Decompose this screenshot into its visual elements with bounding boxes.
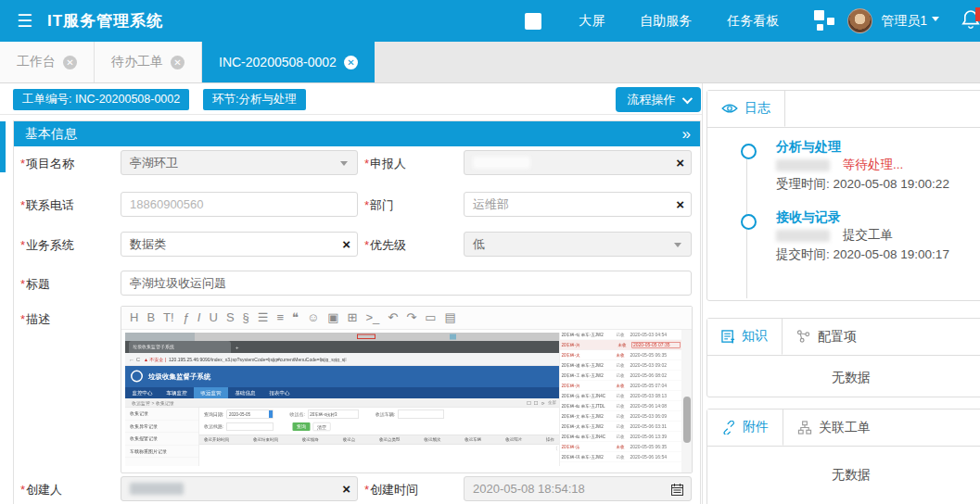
close-icon[interactable]: ✕ [171, 56, 185, 69]
mock-record-name: 20车辆-乐 [562, 444, 615, 450]
clear-icon[interactable]: × [342, 235, 350, 254]
collapse-chevrons-icon[interactable]: » [682, 125, 691, 144]
editor-toolbar-button[interactable]: ☺ [307, 308, 319, 328]
process-actions-label: 流程操作 [628, 92, 676, 108]
editor-toolbar-button[interactable]: ⊞ [348, 308, 358, 328]
mock-record-row: 20车辆-浦 单车-五JW2 已收 2020-05-03 09:02 [560, 360, 682, 371]
page-tab[interactable]: INC-20200508-0002 ✕ [202, 42, 375, 82]
sitemap-icon [797, 421, 812, 435]
editor-toolbar-button[interactable]: >_ [366, 308, 380, 328]
editor-toolbar-button[interactable]: ▣ [327, 308, 338, 328]
editor-scrollbar[interactable] [681, 330, 692, 472]
phone-input[interactable]: 18860900560 [121, 192, 358, 217]
editor-toolbar-button[interactable]: I [197, 308, 201, 328]
creator-input[interactable]: × [121, 476, 358, 501]
mock-sidebar-item: 收集异常记录 [125, 421, 199, 434]
attachment-panel: 附件 关联工单 无数据 [706, 409, 980, 504]
editor-toolbar-button[interactable]: T! [163, 308, 174, 328]
tab-config-items[interactable]: 配置项 [783, 319, 871, 355]
clear-icon[interactable]: × [342, 480, 350, 498]
mock-record-time: 2020-05-03 04:54 [630, 333, 681, 337]
process-actions-button[interactable]: 流程操作 [616, 87, 701, 112]
clear-icon[interactable]: × [676, 195, 684, 214]
tab-attachments[interactable]: 附件 [707, 410, 783, 446]
editor-toolbar-button[interactable]: U [209, 308, 217, 328]
log-entry-title: 接收与记录 [776, 209, 841, 226]
mock-record-time: 2020-05-05 07:04 [630, 384, 681, 389]
log-entry-action: 提交工单 [776, 227, 893, 244]
mock-table-header: 收运开始时间收运结束时间收运线路收运点收运点类型收运频次收运车辆收运照片操作 [199, 435, 559, 445]
editor-toolbar-button[interactable]: § [243, 308, 249, 328]
close-icon[interactable]: ✕ [63, 56, 77, 69]
log-action-text: 等待处理... [843, 157, 903, 173]
section-title: 基本信息 [25, 126, 77, 143]
editor-toolbar-button[interactable]: H [130, 308, 138, 328]
mock-record-row: 20车辆-电 单车-五JTDL 已收 2020-05-06 14:08 [560, 401, 682, 411]
mock-table-col: 收运照片 [505, 436, 522, 443]
title-input[interactable]: 亭湖垃圾收运问题 [121, 271, 692, 296]
mock-record-row: 20车辆-大 未收 2020-05-05 06:35 [560, 350, 682, 360]
reporter-input[interactable]: × [464, 150, 692, 175]
mock-record-name: 20车辆-大 [562, 352, 615, 359]
rich-text-editor[interactable]: HBT!ƒIUS§☰≡❝☺▣⊞>_↶↷▭▤ 垃圾收集监督子系统 + –▢✕ ← … [121, 306, 693, 473]
mock-record-row: 20车辆-兴 未收 2020-05-05 07:35 [560, 340, 682, 350]
tab-related-tickets[interactable]: 关联工单 [783, 410, 885, 446]
close-icon[interactable]: ✕ [344, 56, 358, 69]
editor-toolbar-button[interactable]: ↷ [406, 308, 416, 328]
editor-toolbar-button[interactable]: ↶ [388, 308, 398, 328]
editor-toolbar-button[interactable]: ≡ [276, 308, 284, 328]
ctime-input[interactable]: 2020-05-08 18:54:18 [464, 476, 692, 501]
square-widget-icon[interactable] [525, 13, 541, 30]
menu-big-screen[interactable]: 大屏 [579, 13, 605, 30]
chevron-down-icon [681, 93, 692, 103]
mock-record-status: 未收 [617, 352, 629, 359]
hamburger-menu-icon[interactable]: ☰ [17, 10, 32, 32]
mock-table-col: 操作 [546, 436, 554, 443]
editor-toolbar-button[interactable]: ❝ [292, 308, 299, 328]
calendar-icon[interactable] [671, 484, 683, 498]
mock-record-time: 2020-05-06 13:39 [630, 435, 681, 440]
mock-breadcrumb: 收运监管 > 收集记录 [132, 399, 174, 406]
project-select[interactable]: 亭湖环卫 [121, 150, 358, 175]
ctime-value: 2020-05-08 18:54:18 [473, 482, 585, 496]
dept-input[interactable]: 运维部 × [464, 192, 692, 217]
editor-toolbar-button[interactable]: ▤ [444, 308, 455, 328]
tab-knowledge[interactable]: 知识 [707, 319, 783, 355]
notification-badge [975, 7, 980, 21]
mock-record-name: 20车辆-兴 [562, 383, 615, 389]
editor-content[interactable]: 垃圾收集监督子系统 + –▢✕ ← C ▲ 不安全 | 120.195.25.4… [121, 330, 692, 472]
editor-toolbar: HBT!ƒIUS§☰≡❝☺▣⊞>_↶↷▭▤ [121, 307, 692, 330]
priority-value: 低 [473, 236, 485, 253]
scrollbar-thumb[interactable] [683, 397, 691, 443]
menu-task-board[interactable]: 任务看板 [727, 13, 779, 30]
current-user[interactable]: 管理员1 [881, 13, 939, 30]
priority-select[interactable]: 低 [464, 232, 692, 257]
mock-record-name: 20车辆-电 单车-五JTDL [562, 403, 615, 410]
mock-record-status: 未收 [618, 342, 630, 348]
editor-toolbar-button[interactable]: ƒ [183, 308, 189, 328]
mock-record-name: 20车辆-浦 单车-五JW2 [562, 362, 615, 369]
editor-toolbar-button[interactable]: ▭ [425, 308, 436, 328]
mock-record-status: 未收 [617, 444, 629, 450]
apps-grid-icon[interactable] [814, 9, 836, 32]
clear-icon[interactable]: × [676, 154, 684, 172]
editor-toolbar-button[interactable]: ☰ [258, 308, 269, 328]
mock-sidebar-item: 收集报警记录 [125, 433, 199, 446]
system-input[interactable]: 数据类 × [121, 232, 358, 257]
mock-table-col: 收运开始时间 [204, 436, 229, 443]
screenshot-inner: 垃圾收集监督子系统 + –▢✕ ← C ▲ 不安全 | 120.195.25.4… [125, 333, 681, 466]
description-label: 描述 [20, 311, 50, 328]
editor-toolbar-button[interactable]: S [226, 308, 235, 328]
log-entry-time: 受理时间: 2020-05-08 19:00:22 [776, 176, 949, 193]
page-tab[interactable]: 待办工单 ✕ [95, 42, 202, 82]
mock-record-row: 20车辆-文 单车-五JW2 已收 2020-05-03 06:09 [560, 411, 682, 422]
title-value: 亭湖垃圾收运问题 [130, 275, 226, 292]
divider [0, 114, 702, 115]
mock-record-time: 2020-05-06 14:08 [630, 404, 681, 410]
menu-self-service[interactable]: 自助服务 [640, 13, 692, 30]
mock-record-row: 20车辆-乐 单车-五JN4C 已收 2020-05-03 08:13 [560, 391, 682, 401]
tab-log[interactable]: 日志 [707, 91, 785, 127]
avatar[interactable] [847, 8, 872, 33]
editor-toolbar-button[interactable]: B [146, 308, 155, 328]
page-tab[interactable]: 工作台 ✕ [0, 42, 95, 82]
